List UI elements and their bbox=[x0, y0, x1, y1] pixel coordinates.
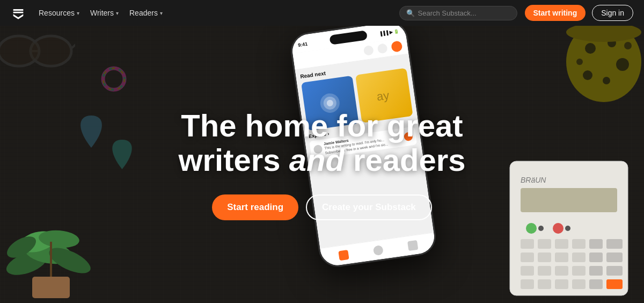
navbar: Resources ▾ Writers ▾ Readers ▾ 🔍 Start … bbox=[0, 0, 644, 26]
hero-heading-line1: The home for great bbox=[181, 108, 463, 143]
hero-heading-em: and bbox=[289, 142, 345, 177]
create-substack-button[interactable]: Create your Substack bbox=[306, 194, 432, 220]
nav-resources[interactable]: Resources ▾ bbox=[34, 6, 84, 19]
search-input[interactable] bbox=[418, 9, 510, 17]
logo[interactable] bbox=[11, 5, 26, 20]
start-writing-button[interactable]: Start writing bbox=[525, 5, 586, 21]
start-reading-button[interactable]: Start reading bbox=[212, 194, 298, 220]
nav-readers[interactable]: Readers ▾ bbox=[125, 6, 167, 19]
search-icon: 🔍 bbox=[406, 9, 415, 17]
hero-text-block: The home for great writers and readers S… bbox=[0, 26, 644, 303]
hero-section: BRäUN bbox=[0, 0, 644, 303]
nav-writers[interactable]: Writers ▾ bbox=[86, 6, 123, 19]
nav-resources-label: Resources bbox=[39, 9, 75, 17]
nav-readers-label: Readers bbox=[129, 9, 158, 17]
sign-in-button[interactable]: Sign in bbox=[592, 5, 633, 21]
search-bar[interactable]: 🔍 bbox=[399, 6, 517, 20]
hero-heading-line3: readers bbox=[345, 142, 466, 177]
chevron-down-icon: ▾ bbox=[160, 10, 163, 16]
chevron-down-icon: ▾ bbox=[116, 10, 119, 16]
chevron-down-icon: ▾ bbox=[77, 10, 79, 16]
hero-heading: The home for great writers and readers bbox=[178, 109, 465, 177]
nav-writers-label: Writers bbox=[90, 9, 114, 17]
hero-buttons: Start reading Create your Substack bbox=[212, 194, 432, 220]
hero-heading-line2: writers bbox=[178, 142, 289, 177]
